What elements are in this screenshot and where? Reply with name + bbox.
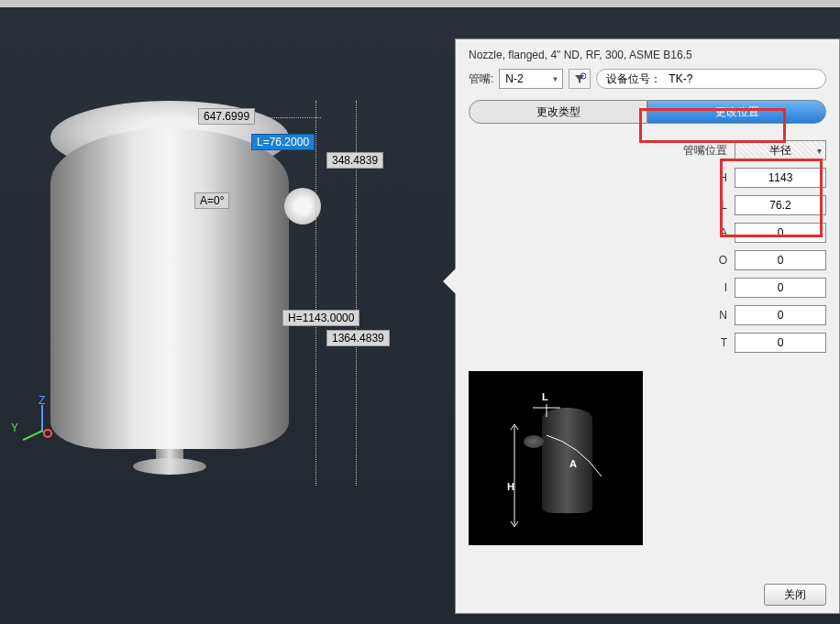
panel-arrow-icon — [443, 268, 456, 294]
param-H-input[interactable]: 1143 — [735, 168, 826, 188]
param-H-label: H — [719, 171, 727, 184]
close-button[interactable]: 关闭 — [764, 584, 826, 606]
vessel-bottom — [133, 449, 206, 476]
position-type-label: 管嘴位置 — [683, 143, 727, 159]
param-N-label: N — [719, 309, 727, 322]
dim-H[interactable]: H=1143.0000 — [282, 310, 359, 326]
dim-line — [315, 101, 316, 486]
param-L-label: L — [721, 199, 727, 212]
param-T-input[interactable]: 0 — [735, 333, 826, 353]
axis-x-origin — [43, 429, 52, 438]
dim-right-lower[interactable]: 1364.4839 — [326, 330, 390, 346]
position-type-dropdown[interactable]: 半径 — [735, 140, 826, 160]
device-field[interactable]: 设备位号： TK-? — [596, 69, 826, 89]
param-L-input[interactable]: 76.2 — [735, 195, 826, 215]
change-type-button[interactable]: 更改类型 — [469, 100, 647, 124]
nozzle-label: 管嘴: — [469, 71, 493, 87]
preview-diagram: H A L — [469, 371, 643, 545]
param-A-input[interactable]: 0 — [735, 223, 826, 243]
vessel-3d[interactable] — [50, 101, 289, 467]
top-strip — [0, 0, 840, 7]
param-O-input[interactable]: 0 — [735, 250, 826, 270]
filter-icon-button[interactable] — [569, 69, 591, 89]
dim-A[interactable]: A=0° — [194, 192, 229, 209]
param-O-label: O — [719, 254, 727, 267]
vessel-shell — [50, 128, 289, 449]
dim-top[interactable]: 647.6999 — [198, 108, 255, 125]
dim-right-upper[interactable]: 348.4839 — [326, 152, 383, 169]
device-label: 设备位号： — [606, 71, 661, 87]
param-I-input[interactable]: 0 — [735, 278, 826, 298]
device-value: TK-? — [669, 72, 692, 85]
param-I-label: I — [724, 281, 727, 294]
panel-title: Nozzle, flanged, 4" ND, RF, 300, ASME B1… — [456, 39, 839, 67]
properties-panel: Nozzle, flanged, 4" ND, RF, 300, ASME B1… — [455, 38, 840, 614]
change-position-button[interactable]: 更改位置 — [647, 100, 826, 124]
param-N-input[interactable]: 0 — [735, 305, 826, 325]
axis-y-label: Y — [11, 421, 18, 434]
param-T-label: T — [721, 336, 727, 349]
dim-L[interactable]: L=76.2000 — [251, 134, 315, 150]
param-A-label: A — [720, 226, 727, 239]
nozzle-dropdown[interactable]: N-2 — [499, 69, 563, 89]
